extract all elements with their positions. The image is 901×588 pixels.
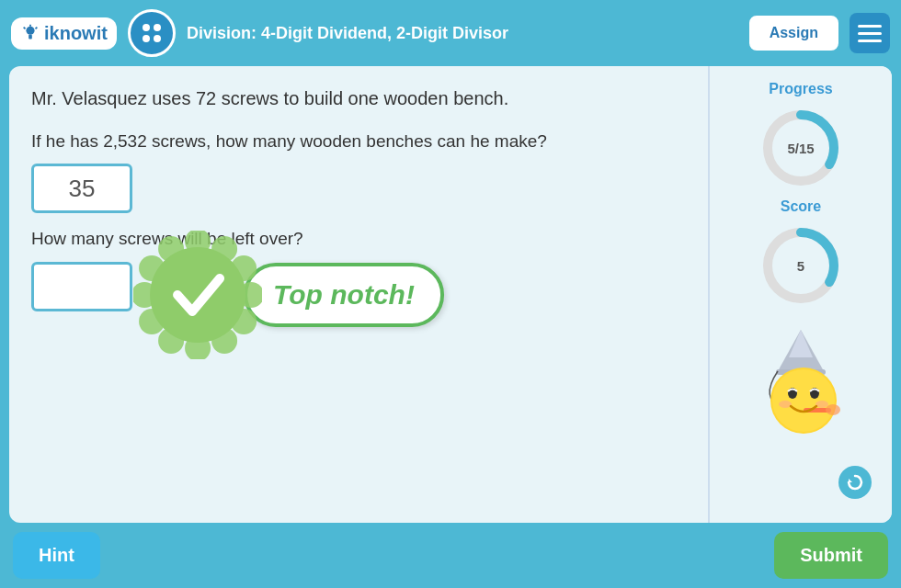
svg-point-8 bbox=[154, 35, 161, 42]
svg-point-33 bbox=[779, 401, 792, 408]
menu-button[interactable] bbox=[850, 13, 890, 53]
content-panel: Mr. Velasquez uses 72 screws to build on… bbox=[9, 66, 708, 523]
svg-marker-37 bbox=[849, 479, 852, 482]
score-label: Score bbox=[781, 198, 821, 215]
logo-text: iknowit bbox=[44, 23, 108, 44]
answer-input-1[interactable] bbox=[31, 164, 132, 213]
svg-point-30 bbox=[772, 369, 835, 432]
correct-badge bbox=[133, 231, 262, 359]
activity-icon bbox=[128, 9, 176, 57]
progress-donut: 5/15 bbox=[759, 107, 842, 189]
svg-point-6 bbox=[154, 24, 161, 31]
svg-point-0 bbox=[26, 27, 34, 35]
score-value: 5 bbox=[797, 258, 804, 274]
question-line1: Mr. Velasquez uses 72 screws to build on… bbox=[31, 85, 686, 112]
svg-marker-27 bbox=[789, 330, 813, 357]
answer-input-2[interactable] bbox=[31, 262, 132, 311]
activity-dots-icon bbox=[137, 18, 166, 48]
progress-label: Progress bbox=[769, 81, 832, 97]
hint-button[interactable]: Hint bbox=[13, 532, 100, 579]
bulb-icon bbox=[20, 23, 40, 43]
next-arrow-button[interactable] bbox=[838, 466, 872, 499]
rosette-svg bbox=[133, 231, 262, 359]
svg-rect-1 bbox=[29, 35, 32, 40]
hamburger-line-2 bbox=[858, 32, 882, 35]
celebration-emoji bbox=[750, 325, 851, 439]
question-line2: If he has 2,532 screws, how many wooden … bbox=[31, 127, 686, 156]
refresh-icon bbox=[846, 473, 864, 492]
score-donut: 5 bbox=[759, 224, 842, 307]
bottom-bar: Hint Submit bbox=[9, 523, 892, 579]
emoji-svg bbox=[750, 325, 851, 435]
hamburger-line-3 bbox=[858, 40, 882, 42]
submit-button[interactable]: Submit bbox=[774, 532, 888, 579]
svg-point-34 bbox=[815, 401, 828, 408]
hamburger-line-1 bbox=[858, 25, 882, 28]
feedback-banner: Top notch! bbox=[244, 263, 444, 327]
svg-point-21 bbox=[150, 247, 245, 343]
svg-point-36 bbox=[826, 404, 840, 415]
correct-overlay: Top notch! bbox=[133, 231, 444, 359]
svg-line-3 bbox=[24, 28, 26, 29]
app-header: iknowit Division: 4-Digit Dividend, 2-Di… bbox=[0, 0, 901, 66]
right-panel: Progress 5/15 Score 5 bbox=[708, 66, 892, 523]
assign-button[interactable]: Assign bbox=[749, 16, 838, 51]
logo: iknowit bbox=[11, 17, 117, 50]
activity-title: Division: 4-Digit Dividend, 2-Digit Divi… bbox=[187, 24, 738, 43]
svg-point-5 bbox=[143, 24, 150, 31]
svg-line-4 bbox=[36, 28, 38, 29]
progress-value: 5/15 bbox=[787, 141, 814, 156]
svg-point-7 bbox=[143, 35, 150, 42]
